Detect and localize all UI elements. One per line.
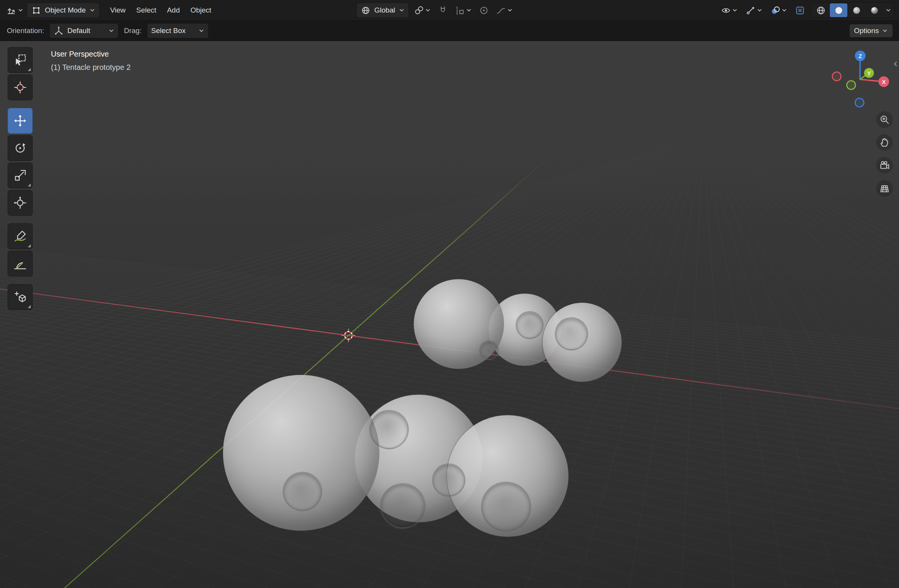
menu-view[interactable]: View (105, 0, 131, 21)
annotate-pencil-icon (13, 229, 27, 243)
hand-icon (879, 137, 890, 148)
cursor-tool-icon (13, 81, 27, 94)
menu-object[interactable]: Object (185, 0, 217, 21)
drag-mode-value: Select Box (151, 27, 195, 35)
blender-window: Object Mode View Select Add Object Globa… (0, 0, 899, 588)
menubar: View Select Add Object (105, 0, 217, 21)
toolbar-separator (8, 217, 33, 222)
metaball-dimple (369, 410, 409, 449)
chevron-down-icon (466, 7, 472, 13)
chevron-down-icon (425, 7, 431, 13)
viewport-shading-segment (811, 2, 894, 18)
viewport-canvas[interactable]: User Perspective (1) Tentacle prototype … (0, 41, 899, 588)
falloff-curve-icon (496, 5, 506, 16)
tool-settings-left: Orientation: Default Drag: Select Box (0, 23, 209, 38)
shading-dropdown[interactable] (883, 6, 893, 15)
overlays-toggle-dropdown[interactable] (768, 4, 789, 17)
tool-transform[interactable] (8, 190, 33, 216)
material-preview-icon (852, 5, 862, 16)
snap-settings-dropdown[interactable] (453, 4, 474, 17)
gizmo-y-label: Y (867, 70, 871, 76)
solid-shading-icon (834, 5, 844, 16)
shading-solid-button[interactable] (830, 3, 847, 17)
shading-rendered-button[interactable] (866, 3, 883, 17)
sidebar-collapse-toggle[interactable]: ‹ (893, 57, 898, 70)
pan-button[interactable] (876, 134, 893, 151)
tool-shelf (8, 47, 33, 310)
chevron-down-icon (399, 7, 405, 13)
visibility-dropdown[interactable] (719, 4, 740, 17)
orientation-value: Global (374, 6, 395, 14)
chevron-down-icon (781, 7, 787, 13)
xray-toggle-button[interactable] (793, 4, 807, 17)
gizmo-neg-y-ball (847, 81, 856, 90)
mode-dropdown[interactable]: Object Mode (27, 3, 100, 18)
tool-cursor[interactable] (8, 74, 33, 100)
menu-select[interactable]: Select (131, 0, 162, 21)
tool-rotate[interactable] (8, 135, 33, 161)
gizmo-x-label: X (882, 79, 886, 85)
tool-move[interactable] (8, 108, 33, 134)
metaball-dimple (479, 340, 499, 360)
transform-orientation-dropdown[interactable]: Global (356, 3, 409, 18)
tool-orientation-value: Default (67, 27, 105, 35)
metaball-dimple (516, 311, 544, 339)
chevron-down-icon (108, 28, 114, 34)
tool-settings-right: Options (849, 24, 899, 38)
3d-cursor (340, 327, 357, 344)
snap-toggle-button[interactable] (436, 4, 450, 17)
object-mode-icon (31, 5, 41, 16)
tool-scale[interactable] (8, 163, 33, 188)
options-dropdown[interactable]: Options (849, 24, 893, 38)
drag-label: Drag: (124, 27, 141, 35)
metaball-dimple (380, 483, 426, 529)
transform-icon (13, 196, 27, 210)
add-cube-icon (13, 290, 27, 304)
menu-add[interactable]: Add (161, 0, 185, 21)
perspective-toggle-button[interactable] (876, 180, 893, 197)
scale-icon (13, 169, 27, 182)
measure-icon (13, 257, 27, 270)
move-icon (13, 114, 27, 128)
tool-select-box[interactable] (8, 47, 33, 73)
chevron-down-icon (732, 7, 738, 13)
viewport-overlay-text: User Perspective (1) Tentacle prototype … (51, 47, 131, 74)
editor-type-selector[interactable] (5, 4, 25, 17)
tool-settings-bar: Orientation: Default Drag: Select Box Op… (0, 21, 899, 41)
proportional-editing-toggle[interactable] (477, 4, 491, 17)
select-box-icon (13, 53, 27, 67)
metaball-dimple (481, 482, 531, 532)
zoom-button[interactable] (876, 111, 893, 128)
drag-mode-dropdown[interactable]: Select Box (147, 23, 209, 38)
header-right-group (719, 0, 894, 21)
orientation-label: Orientation: (7, 27, 44, 35)
snap-target-icon (455, 5, 465, 16)
tool-measure[interactable] (8, 251, 33, 277)
tool-orientation-dropdown[interactable]: Default (49, 23, 119, 38)
tool-annotate[interactable] (8, 223, 33, 249)
options-label: Options (854, 27, 879, 35)
shading-material-button[interactable] (848, 3, 865, 17)
falloff-dropdown[interactable] (494, 4, 515, 17)
eye-icon (721, 5, 731, 16)
header-middle-group: Global (356, 0, 515, 21)
chevron-down-icon (507, 7, 513, 13)
camera-view-button[interactable] (876, 157, 893, 174)
tool-add-cube[interactable] (8, 284, 33, 310)
chevron-down-icon (17, 7, 24, 13)
navigation-axis-gizmo[interactable]: Z X Y (828, 46, 892, 111)
xray-icon (795, 5, 805, 16)
subtool-indicator (28, 68, 31, 71)
pivot-point-dropdown[interactable] (412, 4, 433, 17)
view-perspective-label: User Perspective (51, 47, 131, 61)
active-collection-label: (1) Tentacle prototype 2 (51, 61, 131, 74)
mode-label: Object Mode (45, 6, 86, 14)
rendered-shading-icon (869, 5, 880, 16)
header-bar: Object Mode View Select Add Object Globa… (0, 0, 899, 21)
gizmos-toggle-dropdown[interactable] (744, 4, 764, 17)
chevron-down-icon (882, 28, 888, 34)
shading-wireframe-button[interactable] (812, 3, 829, 17)
metaball-dimple (283, 472, 322, 511)
subtool-indicator (28, 244, 31, 247)
chevron-down-icon (198, 28, 204, 34)
